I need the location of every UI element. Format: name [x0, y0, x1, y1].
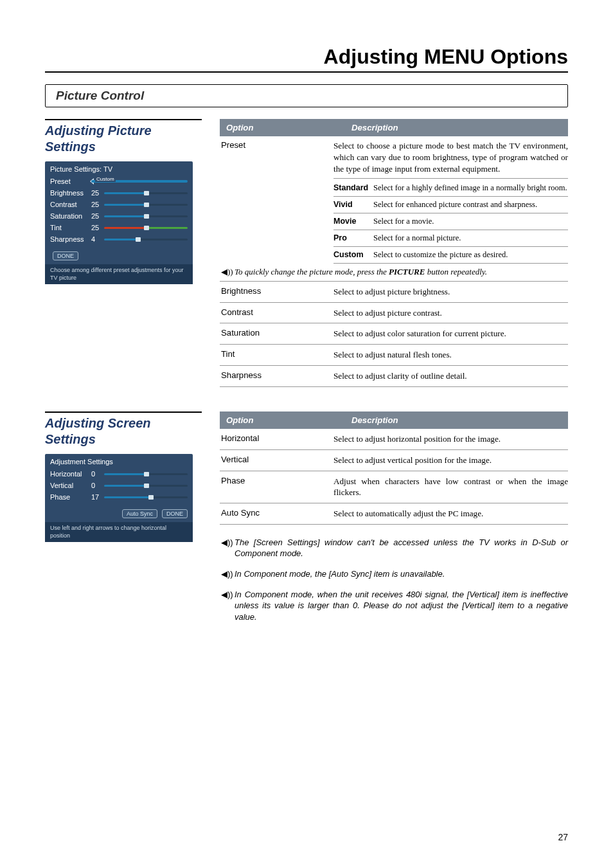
speaker-icon: ◀)) — [221, 267, 231, 277]
note-1: The [Screen Settings] window can't be ac… — [235, 537, 568, 559]
heading-adjusting-picture: Adjusting Picture Settings — [45, 119, 202, 155]
heading-adjusting-screen: Adjusting Screen Settings — [45, 411, 202, 448]
opt-brightness: Brightness — [220, 286, 333, 296]
opt-contrast: Contrast — [220, 307, 333, 317]
opt-saturation: Saturation — [220, 328, 333, 338]
page-title: Adjusting MENU Options — [45, 45, 568, 73]
osd-footer-2: Use left and right arrows to change hori… — [45, 522, 193, 542]
section-subtitle: Picture Control — [45, 84, 568, 107]
osd-picture-settings: Picture Settings: TV Preset Custom Brigh… — [45, 161, 193, 284]
osd-title-2: Adjustment Settings — [45, 454, 193, 468]
done-button-2[interactable]: DONE — [162, 509, 188, 518]
note-3: In Component mode, when the unit receive… — [235, 589, 568, 623]
th-description-2: Description — [345, 411, 568, 429]
osd-tint-row[interactable]: Tint 25 — [50, 222, 188, 233]
osd-adjustment-settings: Adjustment Settings Horizontal 0 Vertica… — [45, 454, 193, 542]
preset-desc: Select to choose a picture mode to best … — [333, 140, 568, 179]
auto-sync-button[interactable]: Auto Sync — [122, 509, 157, 518]
note-2: In Component mode, the [Auto Sync] item … — [235, 568, 568, 580]
osd-title: Picture Settings: TV — [45, 161, 193, 176]
page-number: 27 — [558, 832, 568, 842]
osd-preset-row[interactable]: Preset Custom — [50, 176, 188, 187]
osd-contrast-row[interactable]: Contrast 25 — [50, 199, 188, 210]
opt-vertical: Vertical — [220, 455, 333, 464]
osd-phase-row[interactable]: Phase 17 — [50, 491, 188, 503]
osd-horizontal-row[interactable]: Horizontal 0 — [50, 468, 188, 480]
osd-preset-value: Custom — [95, 176, 116, 182]
osd-vertical-row[interactable]: Vertical 0 — [50, 480, 188, 491]
speaker-icon: ◀)) — [221, 568, 231, 580]
speaker-icon: ◀)) — [221, 589, 231, 623]
picture-options-table: Option Description Preset Select to choo… — [220, 119, 568, 387]
osd-sharpness-row[interactable]: Sharpness 4 — [50, 233, 188, 245]
opt-horizontal: Horizontal — [220, 433, 333, 443]
th-option-2: Option — [220, 411, 345, 429]
osd-saturation-row[interactable]: Saturation 25 — [50, 210, 188, 222]
osd-brightness-row[interactable]: Brightness 25 — [50, 187, 188, 199]
speaker-icon: ◀)) — [221, 537, 231, 559]
th-option: Option — [220, 119, 345, 136]
opt-autosync: Auto Sync — [220, 508, 333, 518]
done-button[interactable]: DONE — [53, 251, 78, 260]
notes: ◀))The [Screen Settings] window can't be… — [220, 534, 568, 628]
opt-phase: Phase — [220, 476, 333, 485]
osd-footer: Choose among different preset adjustment… — [45, 264, 193, 284]
th-description: Description — [345, 119, 568, 136]
screen-options-table: Option Description HorizontalSelect to a… — [220, 411, 568, 525]
opt-sharpness: Sharpness — [220, 370, 333, 380]
opt-tint: Tint — [220, 349, 333, 359]
opt-preset: Preset — [220, 140, 333, 264]
osd-preset-label: Preset — [50, 177, 91, 185]
